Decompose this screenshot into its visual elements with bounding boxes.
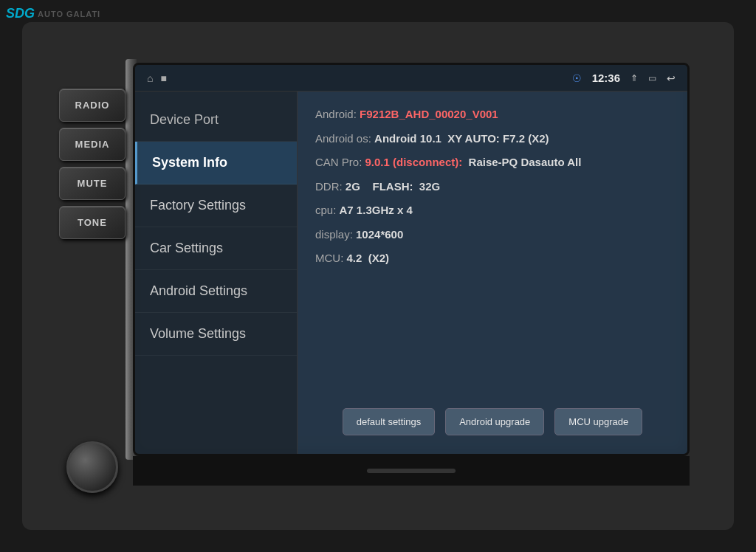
square-icon[interactable]: ■: [160, 72, 166, 84]
default-settings-button[interactable]: default settings: [343, 408, 435, 435]
sidebar-item-system-info[interactable]: System Info: [135, 142, 297, 184]
android-upgrade-button[interactable]: Android upgrade: [445, 408, 544, 435]
can-value: 9.0.1 (disconnect):: [365, 156, 463, 168]
mcu-value: 4.2 (X2): [347, 252, 390, 264]
tone-button[interactable]: TONE: [59, 206, 126, 239]
mute-button[interactable]: MUTE: [59, 167, 126, 200]
back-icon[interactable]: ↩: [667, 72, 676, 84]
window-icon[interactable]: ▭: [648, 73, 656, 83]
bottom-strip: [367, 469, 456, 473]
status-bar: ⌂ ■ ☉ 12:36 ⇑ ▭ ↩: [135, 65, 687, 92]
radio-button[interactable]: RADIO: [59, 89, 126, 122]
volume-knob[interactable]: [66, 441, 118, 493]
info-row-display: display: 1024*600: [315, 227, 670, 244]
sidebar-item-factory-settings[interactable]: Factory Settings: [135, 184, 297, 227]
bluetooth-icon: ☉: [572, 72, 582, 84]
car-frame: RADIO MEDIA MUTE TONE ⌂ ■ ☉ 12:36 ⇑ ▭ ↩: [22, 22, 734, 530]
media-button[interactable]: MEDIA: [59, 128, 126, 161]
watermark-text: AUTO GALATI: [38, 10, 100, 18]
info-rows: Android: F9212B_AHD_00020_V001 Android o…: [315, 106, 670, 401]
android-value: F9212B_AHD_00020_V001: [360, 108, 498, 120]
ddr-label: DDR:: [315, 180, 346, 193]
cpu-label: cpu:: [315, 204, 340, 216]
info-row-mcu: MCU: 4.2 (X2): [315, 250, 670, 267]
info-row-ddr: DDR: 2G FLASH: 32G: [315, 179, 670, 196]
home-icon[interactable]: ⌂: [147, 72, 153, 84]
watermark-logo: SDG: [6, 6, 35, 21]
android-label: Android:: [315, 108, 360, 120]
can-label: CAN Pro:: [315, 156, 365, 168]
android-os-value: Android 10.1 XY AUTO: F7.2 (X2): [374, 132, 549, 145]
sidebar-item-car-settings[interactable]: Car Settings: [135, 227, 297, 270]
info-panel: Android: F9212B_AHD_00020_V001 Android o…: [298, 92, 687, 454]
ddr-value: 2G FLASH: 32G: [346, 180, 440, 193]
hardware-button-panel: RADIO MEDIA MUTE TONE: [59, 89, 126, 239]
info-row-android: Android: F9212B_AHD_00020_V001: [315, 106, 670, 123]
cpu-value: A7 1.3GHz x 4: [340, 204, 413, 216]
status-right: ☉ 12:36 ⇑ ▭ ↩: [572, 72, 676, 84]
status-left: ⌂ ■: [147, 72, 167, 84]
info-row-android-os: Android os: Android 10.1 XY AUTO: F7.2 (…: [315, 131, 670, 148]
can-extra: Raise-PQ Dasauto All: [465, 156, 581, 168]
action-buttons: default settings Android upgrade MCU upg…: [315, 401, 670, 439]
info-row-can: CAN Pro: 9.0.1 (disconnect): Raise-PQ Da…: [315, 154, 670, 171]
android-os-label: Android os:: [315, 132, 374, 145]
status-time: 12:36: [592, 72, 620, 84]
display-value: 1024*600: [356, 228, 403, 241]
sidebar-item-android-settings[interactable]: Android Settings: [135, 270, 297, 313]
info-row-cpu: cpu: A7 1.3GHz x 4: [315, 202, 670, 219]
watermark: SDG AUTO GALATI: [6, 6, 100, 21]
sidebar-item-volume-settings[interactable]: Volume Settings: [135, 313, 297, 356]
screen: ⌂ ■ ☉ 12:36 ⇑ ▭ ↩ Device Port System Inf…: [133, 63, 690, 456]
mcu-upgrade-button[interactable]: MCU upgrade: [554, 408, 642, 435]
expand-icon: ⇑: [630, 73, 638, 83]
sidebar: Device Port System Info Factory Settings…: [135, 92, 298, 454]
main-content: Device Port System Info Factory Settings…: [135, 92, 687, 454]
mcu-label: MCU:: [315, 252, 347, 264]
bottom-bar: [133, 456, 690, 486]
display-label: display:: [315, 228, 356, 241]
sidebar-item-device-port[interactable]: Device Port: [135, 99, 297, 142]
